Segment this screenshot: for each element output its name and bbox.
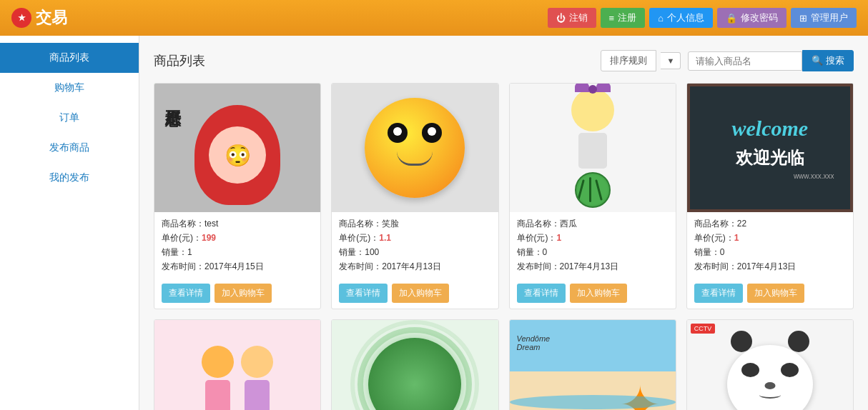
product-image-4: welcome 欢迎光临 www.xxx.xxx xyxy=(687,84,853,212)
product-price-4: 单价(元)：1 xyxy=(694,232,846,244)
sidebar-item-my-publish[interactable]: 我的发布 xyxy=(0,163,139,193)
sidebar-item-publish[interactable]: 发布商品 xyxy=(0,133,139,163)
product-image-1: 不好意思 😳 xyxy=(154,84,320,212)
header: ★ 交易 ⏻ 注销 ≡ 注册 ⌂ 个人信息 🔒 修改密码 ⊞ 管理用户 xyxy=(0,0,868,36)
logout-button[interactable]: ⏻ 注销 xyxy=(548,8,596,28)
product-card-5 xyxy=(154,319,321,410)
product-card-2: 商品名称：笑脸 单价(元)：1.1 销量：100 发布时间：2017年4月13日… xyxy=(331,83,498,309)
sidebar-item-product-list[interactable]: 商品列表 xyxy=(0,43,139,73)
cart-button-4[interactable]: 加入购物车 xyxy=(747,284,804,303)
detail-button-1[interactable]: 查看详情 xyxy=(162,284,210,303)
detail-button-4[interactable]: 查看详情 xyxy=(694,284,743,303)
logout-icon: ⏻ xyxy=(556,13,566,24)
product-sales-3: 销量：0 xyxy=(517,246,669,259)
manage-label: 管理用户 xyxy=(811,11,848,24)
product-date-1: 发布时间：2017年4月15日 xyxy=(162,261,313,273)
sidebar-item-orders[interactable]: 订单 xyxy=(0,103,139,133)
sort-label: 排序规则 xyxy=(601,50,656,71)
home-icon: ⌂ xyxy=(658,13,664,24)
search-input[interactable] xyxy=(688,51,802,71)
search-button[interactable]: 🔍 搜索 xyxy=(802,50,854,71)
product-card-8: CCTV xyxy=(686,319,854,410)
sort-arrow-button[interactable]: ▼ xyxy=(661,52,681,69)
product-price-1: 单价(元)：199 xyxy=(162,232,313,244)
product-grid: 不好意思 😳 商品名称：test 单价(元)：199 销量：1 发布时间：201… xyxy=(154,83,854,410)
product-image-8: CCTV xyxy=(687,320,853,410)
cart-button-3[interactable]: 加入购物车 xyxy=(570,284,627,303)
product-info-1: 商品名称：test 单价(元)：199 销量：1 发布时间：2017年4月15日 xyxy=(154,212,320,281)
cart-button-1[interactable]: 加入购物车 xyxy=(214,284,272,303)
product-name-1: 商品名称：test xyxy=(162,218,313,230)
product-card-3: 商品名称：西瓜 单价(元)：1 销量：0 发布时间：2017年4月13日 查看详… xyxy=(509,83,676,309)
logo-icon: ★ xyxy=(11,8,31,28)
sidebar: 商品列表 购物车 订单 发布商品 我的发布 xyxy=(0,36,139,410)
product-price-2: 单价(元)：1.1 xyxy=(339,232,490,244)
product-card-7: ✦ Vendôme Dream xyxy=(509,319,676,410)
product-sales-1: 销量：1 xyxy=(162,246,313,259)
lock-icon: 🔒 xyxy=(726,13,737,24)
product-card-1: 不好意思 😳 商品名称：test 单价(元)：199 销量：1 发布时间：201… xyxy=(154,83,321,309)
register-label: 注册 xyxy=(618,11,636,24)
product-name-4: 商品名称：22 xyxy=(694,218,846,230)
product-actions-1: 查看详情 加入购物车 xyxy=(154,281,320,309)
logo: ★ 交易 xyxy=(11,7,67,29)
content-area: 商品列表 排序规则 ▼ 🔍 搜索 不好意思 😳 xyxy=(139,36,868,410)
header-nav: ⏻ 注销 ≡ 注册 ⌂ 个人信息 🔒 修改密码 ⊞ 管理用户 xyxy=(548,8,857,28)
search-label: 搜索 xyxy=(826,55,844,66)
product-actions-4: 查看详情 加入购物车 xyxy=(687,281,853,309)
product-date-3: 发布时间：2017年4月13日 xyxy=(517,261,669,273)
detail-button-2[interactable]: 查看详情 xyxy=(339,284,388,303)
product-date-2: 发布时间：2017年4月13日 xyxy=(339,261,490,273)
product-image-6 xyxy=(332,320,498,410)
search-icon: 🔍 xyxy=(812,55,823,66)
product-card-4: welcome 欢迎光临 www.xxx.xxx 商品名称：22 单价(元)：1… xyxy=(686,83,854,309)
product-info-3: 商品名称：西瓜 单价(元)：1 销量：0 发布时间：2017年4月13日 xyxy=(510,212,676,281)
register-button[interactable]: ≡ 注册 xyxy=(601,8,646,28)
product-info-2: 商品名称：笑脸 单价(元)：1.1 销量：100 发布时间：2017年4月13日 xyxy=(332,212,498,281)
sidebar-item-cart[interactable]: 购物车 xyxy=(0,73,139,103)
manage-users-button[interactable]: ⊞ 管理用户 xyxy=(791,8,857,28)
profile-label: 个人信息 xyxy=(667,11,704,24)
profile-button[interactable]: ⌂ 个人信息 xyxy=(649,8,713,28)
product-image-2 xyxy=(332,84,498,212)
product-sales-4: 销量：0 xyxy=(694,246,846,259)
product-image-7: ✦ Vendôme Dream xyxy=(510,320,676,410)
product-name-2: 商品名称：笑脸 xyxy=(339,218,490,230)
detail-button-3[interactable]: 查看详情 xyxy=(517,284,566,303)
content-header: 商品列表 排序规则 ▼ 🔍 搜索 xyxy=(154,50,854,71)
product-date-4: 发布时间：2017年4月13日 xyxy=(694,261,846,273)
register-icon: ≡ xyxy=(609,13,615,24)
product-card-6 xyxy=(331,319,498,410)
logo-text: 交易 xyxy=(36,7,67,29)
password-label: 修改密码 xyxy=(741,11,778,24)
sort-group: 排序规则 ▼ xyxy=(601,50,681,71)
cart-button-2[interactable]: 加入购物车 xyxy=(392,284,449,303)
product-actions-2: 查看详情 加入购物车 xyxy=(332,281,498,309)
change-password-button[interactable]: 🔒 修改密码 xyxy=(717,8,786,28)
product-name-3: 商品名称：西瓜 xyxy=(517,218,669,230)
page-title: 商品列表 xyxy=(154,52,601,69)
logout-label: 注销 xyxy=(569,11,588,24)
product-info-4: 商品名称：22 单价(元)：1 销量：0 发布时间：2017年4月13日 xyxy=(687,212,853,281)
product-price-3: 单价(元)：1 xyxy=(517,232,669,244)
main-layout: 商品列表 购物车 订单 发布商品 我的发布 商品列表 排序规则 ▼ 🔍 搜索 xyxy=(0,36,868,410)
product-image-3 xyxy=(510,84,676,212)
product-sales-2: 销量：100 xyxy=(339,246,490,259)
product-actions-3: 查看详情 加入购物车 xyxy=(510,281,676,309)
grid-icon: ⊞ xyxy=(799,13,807,24)
product-image-5 xyxy=(154,320,320,410)
